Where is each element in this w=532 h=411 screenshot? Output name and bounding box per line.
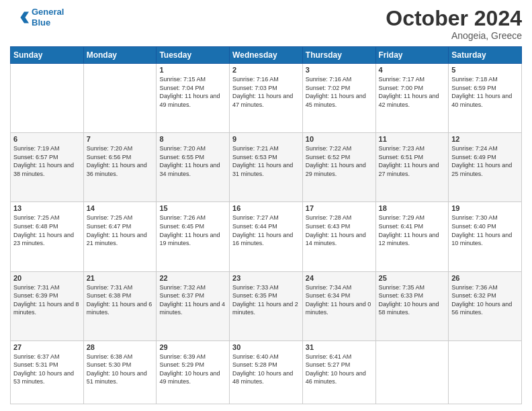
day-number: 3: [306, 66, 373, 74]
day-info: Sunrise: 7:30 AM Sunset: 6:40 PM Dayligh…: [451, 214, 519, 247]
calendar-cell: 29Sunrise: 6:39 AM Sunset: 5:29 PM Dayli…: [157, 340, 230, 404]
day-info: Sunrise: 7:35 AM Sunset: 6:33 PM Dayligh…: [379, 283, 446, 317]
calendar-cell: [375, 340, 449, 404]
day-info: Sunrise: 7:36 AM Sunset: 6:32 PM Dayligh…: [451, 283, 519, 317]
calendar-week-row: 20Sunrise: 7:31 AM Sunset: 6:39 PM Dayli…: [11, 271, 522, 340]
day-number: 24: [306, 274, 373, 282]
calendar-cell: 27Sunrise: 6:37 AM Sunset: 5:31 PM Dayli…: [11, 340, 84, 404]
day-info: Sunrise: 6:41 AM Sunset: 5:27 PM Dayligh…: [306, 353, 373, 386]
weekday-header: Tuesday: [157, 47, 230, 64]
day-number: 12: [451, 135, 519, 143]
day-number: 31: [306, 343, 373, 351]
calendar-cell: 21Sunrise: 7:31 AM Sunset: 6:38 PM Dayli…: [83, 271, 157, 340]
day-number: 30: [232, 343, 300, 351]
day-number: 10: [306, 135, 373, 143]
day-info: Sunrise: 7:20 AM Sunset: 6:55 PM Dayligh…: [159, 144, 226, 178]
calendar-cell: 15Sunrise: 7:26 AM Sunset: 6:45 PM Dayli…: [157, 202, 230, 271]
calendar-cell: 23Sunrise: 7:33 AM Sunset: 6:35 PM Dayli…: [230, 271, 303, 340]
calendar-cell: 3Sunrise: 7:16 AM Sunset: 7:02 PM Daylig…: [302, 64, 375, 133]
calendar-cell: 22Sunrise: 7:32 AM Sunset: 6:37 PM Dayli…: [157, 271, 230, 340]
day-number: 22: [159, 274, 226, 282]
calendar-cell: 2Sunrise: 7:16 AM Sunset: 7:03 PM Daylig…: [230, 64, 303, 133]
weekday-header: Wednesday: [230, 47, 303, 64]
calendar-cell: 19Sunrise: 7:30 AM Sunset: 6:40 PM Dayli…: [449, 202, 522, 271]
day-number: 23: [232, 274, 300, 282]
day-number: 1: [159, 66, 226, 74]
day-number: 17: [306, 204, 373, 212]
calendar-table: SundayMondayTuesdayWednesdayThursdayFrid…: [10, 46, 522, 404]
day-info: Sunrise: 7:23 AM Sunset: 6:51 PM Dayligh…: [379, 144, 446, 178]
day-number: 13: [13, 204, 81, 212]
day-info: Sunrise: 7:25 AM Sunset: 6:48 PM Dayligh…: [13, 214, 81, 247]
calendar-cell: 31Sunrise: 6:41 AM Sunset: 5:27 PM Dayli…: [302, 340, 375, 404]
day-number: 20: [13, 274, 81, 282]
day-number: 7: [87, 135, 154, 143]
calendar-cell: 8Sunrise: 7:20 AM Sunset: 6:55 PM Daylig…: [157, 133, 230, 202]
day-number: 28: [87, 343, 154, 351]
calendar-cell: [11, 64, 84, 133]
day-info: Sunrise: 7:26 AM Sunset: 6:45 PM Dayligh…: [159, 214, 226, 247]
weekday-header: Sunday: [11, 47, 84, 64]
calendar-cell: 17Sunrise: 7:28 AM Sunset: 6:43 PM Dayli…: [302, 202, 375, 271]
weekday-header-row: SundayMondayTuesdayWednesdayThursdayFrid…: [11, 47, 522, 64]
calendar-week-row: 13Sunrise: 7:25 AM Sunset: 6:48 PM Dayli…: [11, 202, 522, 271]
day-info: Sunrise: 6:38 AM Sunset: 5:30 PM Dayligh…: [87, 353, 154, 386]
calendar-cell: 28Sunrise: 6:38 AM Sunset: 5:30 PM Dayli…: [83, 340, 157, 404]
day-info: Sunrise: 7:34 AM Sunset: 6:34 PM Dayligh…: [306, 283, 373, 317]
weekday-header: Monday: [83, 47, 157, 64]
calendar-cell: 9Sunrise: 7:21 AM Sunset: 6:53 PM Daylig…: [230, 133, 303, 202]
calendar-week-row: 6Sunrise: 7:19 AM Sunset: 6:57 PM Daylig…: [11, 133, 522, 202]
day-info: Sunrise: 7:19 AM Sunset: 6:57 PM Dayligh…: [13, 144, 81, 178]
weekday-header: Thursday: [302, 47, 375, 64]
day-number: 14: [87, 204, 154, 212]
day-info: Sunrise: 7:16 AM Sunset: 7:03 PM Dayligh…: [232, 75, 300, 109]
calendar-cell: 10Sunrise: 7:22 AM Sunset: 6:52 PM Dayli…: [302, 133, 375, 202]
day-info: Sunrise: 7:15 AM Sunset: 7:04 PM Dayligh…: [159, 75, 226, 109]
day-number: 9: [232, 135, 300, 143]
day-number: 15: [159, 204, 226, 212]
day-number: 29: [159, 343, 226, 351]
calendar-cell: 5Sunrise: 7:18 AM Sunset: 6:59 PM Daylig…: [449, 64, 522, 133]
calendar-cell: [83, 64, 157, 133]
day-number: 18: [379, 204, 446, 212]
calendar-cell: [449, 340, 522, 404]
logo-text: General Blue: [32, 7, 64, 28]
day-number: 11: [379, 135, 446, 143]
calendar-cell: 13Sunrise: 7:25 AM Sunset: 6:48 PM Dayli…: [11, 202, 84, 271]
day-number: 5: [451, 66, 519, 74]
day-info: Sunrise: 7:31 AM Sunset: 6:38 PM Dayligh…: [87, 283, 154, 317]
calendar-cell: 16Sunrise: 7:27 AM Sunset: 6:44 PM Dayli…: [230, 202, 303, 271]
page: General Blue October 2024 Anogeia, Greec…: [0, 0, 532, 411]
calendar-week-row: 27Sunrise: 6:37 AM Sunset: 5:31 PM Dayli…: [11, 340, 522, 404]
calendar-cell: 24Sunrise: 7:34 AM Sunset: 6:34 PM Dayli…: [302, 271, 375, 340]
calendar-cell: 26Sunrise: 7:36 AM Sunset: 6:32 PM Dayli…: [449, 271, 522, 340]
day-info: Sunrise: 7:24 AM Sunset: 6:49 PM Dayligh…: [451, 144, 519, 178]
calendar-cell: 18Sunrise: 7:29 AM Sunset: 6:41 PM Dayli…: [375, 202, 449, 271]
day-number: 27: [13, 343, 81, 351]
day-info: Sunrise: 6:40 AM Sunset: 5:28 PM Dayligh…: [232, 353, 300, 386]
day-number: 19: [451, 204, 519, 212]
calendar-cell: 6Sunrise: 7:19 AM Sunset: 6:57 PM Daylig…: [11, 133, 84, 202]
day-number: 2: [232, 66, 300, 74]
day-info: Sunrise: 7:32 AM Sunset: 6:37 PM Dayligh…: [159, 283, 226, 317]
logo: General Blue: [10, 7, 64, 28]
day-number: 4: [379, 66, 446, 74]
svg-rect-0: [10, 8, 29, 27]
day-info: Sunrise: 7:33 AM Sunset: 6:35 PM Dayligh…: [232, 283, 300, 317]
calendar-cell: 20Sunrise: 7:31 AM Sunset: 6:39 PM Dayli…: [11, 271, 84, 340]
day-info: Sunrise: 7:21 AM Sunset: 6:53 PM Dayligh…: [232, 144, 300, 178]
day-info: Sunrise: 7:25 AM Sunset: 6:47 PM Dayligh…: [87, 214, 154, 247]
day-info: Sunrise: 7:17 AM Sunset: 7:00 PM Dayligh…: [379, 75, 446, 109]
logo-line1: General: [32, 7, 64, 17]
calendar-cell: 1Sunrise: 7:15 AM Sunset: 7:04 PM Daylig…: [157, 64, 230, 133]
day-info: Sunrise: 7:27 AM Sunset: 6:44 PM Dayligh…: [232, 214, 300, 247]
header: General Blue October 2024 Anogeia, Greec…: [10, 7, 522, 41]
calendar-cell: 30Sunrise: 6:40 AM Sunset: 5:28 PM Dayli…: [230, 340, 303, 404]
calendar-cell: 12Sunrise: 7:24 AM Sunset: 6:49 PM Dayli…: [449, 133, 522, 202]
day-info: Sunrise: 7:16 AM Sunset: 7:02 PM Dayligh…: [306, 75, 373, 109]
day-number: 16: [232, 204, 300, 212]
calendar-week-row: 1Sunrise: 7:15 AM Sunset: 7:04 PM Daylig…: [11, 64, 522, 133]
day-info: Sunrise: 6:37 AM Sunset: 5:31 PM Dayligh…: [13, 353, 81, 386]
calendar-cell: 4Sunrise: 7:17 AM Sunset: 7:00 PM Daylig…: [375, 64, 449, 133]
location: Anogeia, Greece: [386, 30, 522, 41]
